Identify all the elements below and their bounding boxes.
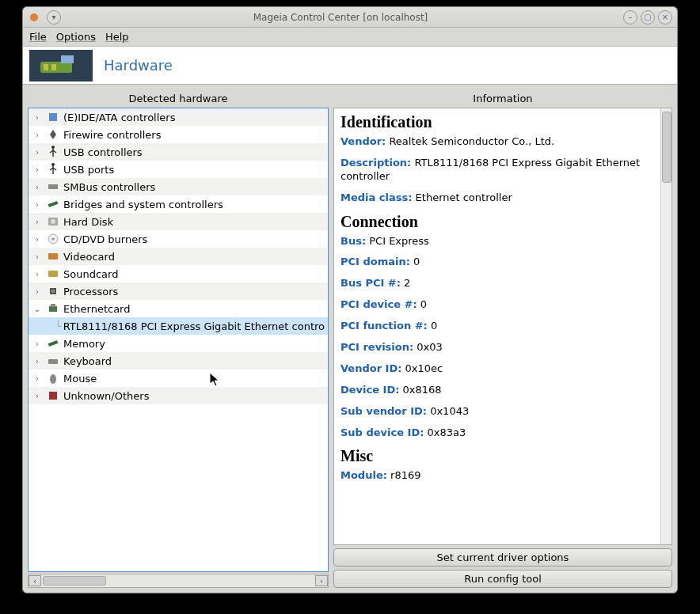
tree-row[interactable]: ⌄Ethernetcard — [29, 300, 328, 317]
tree-item-label: SMBus controllers — [63, 181, 155, 193]
video-icon — [46, 249, 60, 263]
svg-rect-14 — [48, 253, 58, 260]
window-menu-button[interactable]: ▾ — [47, 10, 61, 25]
ethernet-icon — [46, 301, 60, 316]
tree-item-label: Memory — [63, 338, 105, 350]
svg-rect-21 — [48, 359, 58, 364]
hardware-tree[interactable]: ›(E)IDE/ATA controllers›Firewire control… — [29, 108, 328, 571]
chevron-right-icon[interactable]: › — [32, 339, 43, 348]
svg-rect-17 — [51, 290, 55, 293]
pci-domain-field: PCI domain: 0 — [340, 256, 665, 269]
chevron-right-icon[interactable]: › — [32, 374, 43, 383]
chevron-right-icon[interactable]: › — [32, 165, 43, 174]
scroll-left-icon[interactable]: ‹ — [29, 575, 41, 586]
content-area: Detected hardware ›(E)IDE/ATA controller… — [23, 85, 677, 593]
chevron-right-icon[interactable]: › — [32, 200, 43, 209]
maximize-button[interactable]: ▢ — [641, 10, 655, 25]
pci-device-field: PCI device #: 0 — [340, 298, 665, 312]
horizontal-scrollbar[interactable]: ‹ › — [28, 574, 329, 588]
usb-icon — [46, 162, 60, 176]
tree-row[interactable]: ›CD/DVD burners — [29, 230, 328, 248]
tree-item-label: Ethernetcard — [63, 303, 130, 315]
tree-item-label: Bridges and system controllers — [63, 199, 223, 210]
chevron-right-icon[interactable]: › — [32, 113, 43, 122]
harddisk-icon — [46, 214, 60, 229]
tree-item-label: USB controllers — [63, 146, 143, 158]
svg-point-22 — [50, 374, 56, 384]
tree-row[interactable]: ›Firewire controllers — [29, 126, 328, 143]
chevron-right-icon[interactable]: › — [32, 218, 43, 226]
svg-point-0 — [30, 13, 38, 21]
description-field: Description: RTL8111/8168 PCI Express Gi… — [340, 157, 665, 184]
tree-row[interactable]: ›Memory — [29, 335, 328, 352]
sound-icon — [46, 267, 60, 281]
bus-pci-field: Bus PCI #: 2 — [340, 277, 665, 290]
svg-rect-2 — [44, 64, 48, 70]
identification-heading: Identification — [340, 113, 665, 131]
tree-row[interactable]: ›(E)IDE/ATA controllers — [29, 108, 328, 126]
svg-rect-19 — [51, 304, 55, 307]
set-driver-options-button[interactable]: Set current driver options — [333, 548, 672, 567]
unknown-icon — [46, 388, 60, 403]
menu-file[interactable]: File — [29, 31, 47, 43]
tree-row[interactable]: ›USB ports — [29, 161, 328, 178]
tree-item-label: (E)IDE/ATA controllers — [63, 112, 175, 123]
mouse-icon — [46, 371, 60, 385]
tree-row[interactable]: ›Mouse — [29, 370, 328, 387]
svg-rect-23 — [49, 392, 57, 400]
minimize-button[interactable]: – — [623, 10, 637, 25]
connection-heading: Connection — [340, 213, 665, 231]
smbus-icon — [46, 180, 60, 194]
tree-row[interactable]: ›Processors — [29, 282, 328, 300]
scroll-thumb[interactable] — [43, 576, 106, 586]
tree-row[interactable]: ›SMBus controllers — [29, 178, 328, 195]
menu-help[interactable]: Help — [105, 31, 129, 43]
tree-row[interactable]: ›USB controllers — [29, 143, 328, 161]
tree-row[interactable]: ›Keyboard — [29, 352, 328, 370]
tree-row[interactable]: ›Unknown/Others — [29, 387, 328, 404]
disc-icon — [46, 232, 60, 246]
pci-function-field: PCI function #: 0 — [340, 320, 665, 333]
tree-row[interactable]: ›Soundcard — [29, 265, 328, 282]
memory-icon — [46, 336, 60, 351]
chevron-right-icon[interactable]: › — [32, 270, 43, 279]
tree-connector-icon: └ — [55, 320, 63, 332]
chevron-right-icon[interactable]: › — [32, 183, 43, 191]
hardware-tree-wrap: ›(E)IDE/ATA controllers›Firewire control… — [28, 108, 329, 572]
tree-row[interactable]: ›Bridges and system controllers — [29, 195, 328, 213]
svg-point-13 — [52, 238, 55, 241]
device-id-field: Device ID: 0x8168 — [340, 384, 665, 397]
tree-item-label: Processors — [63, 286, 118, 298]
keyboard-icon — [46, 354, 60, 368]
scroll-right-icon[interactable]: › — [315, 575, 328, 586]
menu-options[interactable]: Options — [56, 31, 96, 43]
svg-rect-8 — [48, 184, 58, 189]
chevron-down-icon[interactable]: ⌄ — [32, 305, 43, 313]
hardware-logo — [29, 50, 93, 81]
vertical-scroll-thumb[interactable] — [662, 112, 671, 183]
chevron-right-icon[interactable]: › — [32, 252, 43, 261]
tree-item-label: RTL8111/8168 PCI Express Gigabit Etherne… — [63, 320, 325, 332]
svg-point-6 — [51, 146, 55, 149]
chevron-right-icon[interactable]: › — [32, 392, 43, 400]
bus-field: Bus: PCI Express — [340, 235, 665, 248]
tree-row[interactable]: └RTL8111/8168 PCI Express Gigabit Ethern… — [29, 317, 328, 335]
chevron-right-icon[interactable]: › — [32, 357, 43, 366]
run-config-tool-button[interactable]: Run config tool — [333, 570, 672, 588]
tree-item-label: Soundcard — [63, 268, 118, 280]
svg-point-7 — [51, 163, 55, 166]
chevron-right-icon[interactable]: › — [32, 131, 43, 139]
chevron-right-icon[interactable]: › — [32, 235, 43, 244]
chevron-right-icon[interactable]: › — [32, 148, 43, 157]
scroll-track[interactable] — [41, 575, 315, 586]
chevron-right-icon[interactable]: › — [32, 287, 43, 296]
close-button[interactable]: × — [658, 10, 672, 25]
svg-rect-9 — [48, 201, 59, 207]
left-panel-header: Detected hardware — [28, 89, 329, 108]
svg-rect-5 — [49, 113, 57, 121]
tree-row[interactable]: ›Videocard — [29, 248, 328, 265]
tree-row[interactable]: ›Hard Disk — [29, 213, 328, 230]
main-window: ▾ Mageia Control Center [on localhost] –… — [22, 6, 678, 593]
titlebar[interactable]: ▾ Mageia Control Center [on localhost] –… — [23, 7, 677, 28]
vertical-scrollbar[interactable] — [660, 108, 671, 544]
